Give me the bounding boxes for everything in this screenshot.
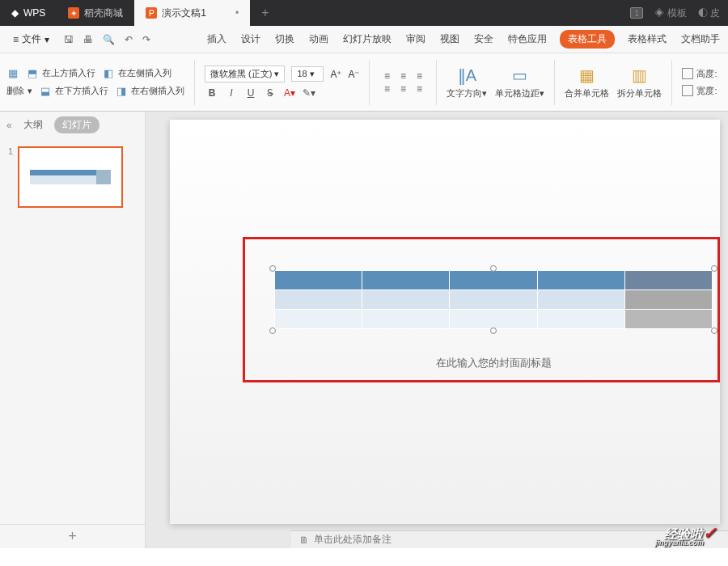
cell-margin-icon: ▭ <box>510 65 531 86</box>
cell-margin-button[interactable]: ▭ 单元格边距▾ <box>495 65 544 99</box>
resize-handle-icon[interactable] <box>490 327 497 334</box>
menu-table-tools[interactable]: 表格工具 <box>560 30 615 49</box>
quick-access-toolbar: 🖫 🖶 🔍 ↶ ↷ <box>62 32 152 47</box>
menu-security[interactable]: 安全 <box>472 29 495 49</box>
align-top-right-icon[interactable]: ≡ <box>412 70 426 82</box>
save-icon[interactable]: 🖫 <box>62 32 75 47</box>
ribbon-group-size: 高度: 宽度: <box>682 68 717 97</box>
preview-icon[interactable]: 🔍 <box>101 32 116 47</box>
insert-col-right-button[interactable]: ◨在右侧插入列 <box>115 85 184 98</box>
redo-icon[interactable]: ↷ <box>141 32 152 47</box>
underline-button[interactable]: U <box>243 87 258 99</box>
slide-panel: « 大纲 幻灯片 1 + <box>0 112 146 548</box>
menu-design[interactable]: 设计 <box>239 29 262 49</box>
resize-handle-icon[interactable] <box>269 327 276 334</box>
menu-slideshow[interactable]: 幻灯片放映 <box>341 29 393 49</box>
align-top-center-icon[interactable]: ≡ <box>396 70 410 82</box>
app-tab-wps[interactable]: ◆ WPS <box>0 0 57 26</box>
menu-animation[interactable]: 动画 <box>307 29 330 49</box>
ribbon-group-table: ▦ ⬒在上方插入行 ◧在左侧插入列 删除▾ ⬓在下方插入行 ◨在右侧插入列 <box>6 67 184 98</box>
presentation-icon: P <box>146 7 157 19</box>
font-decrease-icon[interactable]: A⁻ <box>348 69 359 80</box>
titlebar-right: 1 ◈ 模板 ◐ 皮 <box>630 6 728 20</box>
col-right-icon: ◨ <box>115 85 128 98</box>
new-tab-button[interactable]: + <box>250 6 280 20</box>
tab-store-label: 稻壳商城 <box>84 6 123 20</box>
tab-doc-label: 演示文稿1 <box>162 6 206 20</box>
strikethrough-button[interactable]: S̶ <box>263 87 277 99</box>
menu-review[interactable]: 审阅 <box>404 29 427 49</box>
split-icon: ▥ <box>629 65 650 86</box>
table-row <box>275 271 713 290</box>
slides-tab[interactable]: 幻灯片 <box>54 116 99 133</box>
menu-transition[interactable]: 切换 <box>273 29 296 49</box>
text-direction-button[interactable]: ‖A 文字方向▾ <box>447 65 487 99</box>
dropdown-icon[interactable]: • <box>235 7 239 19</box>
insert-col-left-button[interactable]: ◧在左侧插入列 <box>102 67 171 80</box>
template-link[interactable]: ◈ 模板 <box>654 6 686 20</box>
align-mid-right-icon[interactable]: ≡ <box>412 83 426 95</box>
table-icon[interactable]: ▦ <box>6 67 19 80</box>
hamburger-icon: ≡ <box>13 34 19 45</box>
resize-handle-icon[interactable] <box>711 265 717 272</box>
slide-thumbnail-1[interactable]: 1 <box>8 146 137 208</box>
bold-button[interactable]: B <box>205 87 219 99</box>
chevron-down-icon: ▾ <box>44 34 49 45</box>
table-row <box>275 310 713 329</box>
subtitle-placeholder: 在此输入您的封面副标题 <box>436 356 552 370</box>
font-name-select[interactable]: 微软雅黑 (正文) ▾ <box>205 65 285 82</box>
row-below-icon: ⬓ <box>39 85 52 98</box>
split-cells-button[interactable]: ▥ 拆分单元格 <box>617 65 662 99</box>
notification-badge[interactable]: 1 <box>630 7 643 19</box>
menu-special[interactable]: 特色应用 <box>506 29 548 49</box>
annotation-highlight: 在此输入您的封面副标题 <box>243 237 720 382</box>
menu-view[interactable]: 视图 <box>438 29 461 49</box>
ribbon-group-font: 微软雅黑 (正文) ▾ 18 ▾ A⁺ A⁻ B I U S̶ A▾ ✎▾ <box>205 65 359 99</box>
slide[interactable]: 在此输入您的封面副标题 <box>170 120 720 524</box>
undo-icon[interactable]: ↶ <box>123 32 134 47</box>
canvas[interactable]: 在此输入您的封面副标题 🗎 单击此处添加备注 经验啦✓ jingyanla.co… <box>146 112 728 548</box>
highlight-button[interactable]: ✎▾ <box>302 87 316 99</box>
thumb-table-icon <box>30 170 111 184</box>
file-label: 文件 <box>22 32 41 46</box>
workspace: « 大纲 幻灯片 1 + <box>0 112 728 548</box>
file-menu[interactable]: ≡ 文件 ▾ <box>6 29 56 49</box>
skin-link[interactable]: ◐ 皮 <box>698 6 720 20</box>
ribbon: ▦ ⬒在上方插入行 ◧在左侧插入列 删除▾ ⬓在下方插入行 ◨在右侧插入列 微软… <box>0 53 728 112</box>
print-icon[interactable]: 🖶 <box>82 32 95 47</box>
resize-handle-icon[interactable] <box>269 265 276 272</box>
merge-icon: ▦ <box>577 65 598 86</box>
merge-cells-button[interactable]: ▦ 合并单元格 <box>565 65 609 99</box>
inserted-table[interactable] <box>274 270 713 329</box>
menu-doc-help[interactable]: 文档助手 <box>679 29 722 49</box>
menu-table-style[interactable]: 表格样式 <box>626 29 668 49</box>
outline-tab[interactable]: 大纲 <box>19 116 48 133</box>
delete-button[interactable]: 删除▾ <box>6 85 32 97</box>
height-icon <box>682 68 693 79</box>
table-object[interactable]: 在此输入您的封面副标题 <box>274 270 713 329</box>
font-size-select[interactable]: 18 ▾ <box>291 66 324 82</box>
menu-insert[interactable]: 插入 <box>205 29 228 49</box>
thumbnail-list[interactable]: 1 <box>0 138 145 524</box>
insert-row-below-button[interactable]: ⬓在下方插入行 <box>39 85 108 98</box>
align-mid-left-icon[interactable]: ≡ <box>379 83 394 95</box>
notes-placeholder: 单击此处添加备注 <box>314 533 392 547</box>
width-icon <box>682 85 693 96</box>
text-direction-icon: ‖A <box>456 65 477 86</box>
tab-document[interactable]: P 演示文稿1 • <box>134 0 250 26</box>
ribbon-group-align: ≡ ≡ ≡ ≡ ≡ ≡ <box>379 70 426 95</box>
align-mid-center-icon[interactable]: ≡ <box>396 83 410 95</box>
collapse-icon[interactable]: « <box>6 120 12 131</box>
thumb-number: 1 <box>8 146 13 208</box>
notes-icon: 🗎 <box>299 534 309 546</box>
font-increase-icon[interactable]: A⁺ <box>330 69 341 80</box>
resize-handle-icon[interactable] <box>711 327 717 334</box>
add-slide-button[interactable]: + <box>0 524 145 548</box>
tab-store[interactable]: ✦ 稻壳商城 <box>57 0 134 26</box>
italic-button[interactable]: I <box>224 87 239 99</box>
resize-handle-icon[interactable] <box>490 265 497 272</box>
align-top-left-icon[interactable]: ≡ <box>379 70 394 82</box>
font-color-button[interactable]: A▾ <box>282 87 297 99</box>
app-label: WPS <box>23 7 45 19</box>
insert-row-above-button[interactable]: ⬒在上方插入行 <box>26 67 95 80</box>
